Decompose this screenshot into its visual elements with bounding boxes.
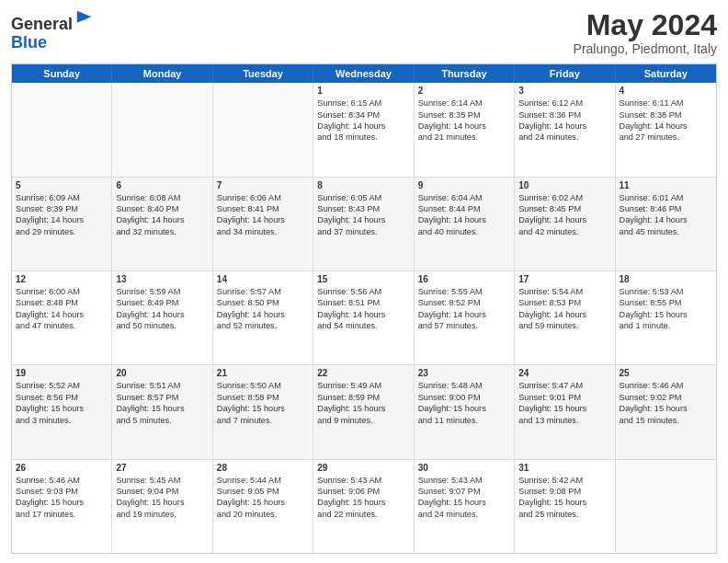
cell-line: and 22 minutes. [317,509,409,520]
cal-cell-r1-c1: 6Sunrise: 6:08 AMSunset: 8:40 PMDaylight… [112,178,212,270]
day-number-14: 14 [217,274,309,284]
cell-line: Sunset: 8:51 PM [317,297,409,308]
cell-line: and 17 minutes. [16,509,108,520]
cal-cell-r2-c0: 12Sunrise: 6:00 AMSunset: 8:48 PMDayligh… [12,271,112,364]
cell-line: Sunrise: 5:43 AM [317,475,409,486]
calendar-body: 1Sunrise: 6:15 AMSunset: 8:34 PMDaylight… [12,83,716,553]
cell-line: Sunset: 8:43 PM [317,203,409,214]
cell-line: Sunset: 8:48 PM [16,297,108,308]
cell-line: Daylight: 15 hours [317,497,409,508]
cal-cell-r0-c4: 2Sunrise: 6:14 AMSunset: 8:35 PMDaylight… [415,83,515,176]
cell-line: Daylight: 14 hours [518,214,610,225]
cell-line: Sunset: 9:06 PM [317,486,409,497]
cal-cell-r2-c6: 18Sunrise: 5:53 AMSunset: 8:55 PMDayligh… [616,271,716,364]
cell-line: Sunset: 9:02 PM [620,392,712,403]
cal-cell-r1-c6: 11Sunrise: 6:01 AMSunset: 8:46 PMDayligh… [616,178,716,270]
cell-line: Sunrise: 6:09 AM [16,192,108,203]
cell-line: Daylight: 14 hours [317,309,409,320]
cell-line: and 37 minutes. [317,226,409,237]
day-number-24: 24 [518,368,610,378]
cal-cell-r3-c5: 24Sunrise: 5:47 AMSunset: 9:01 PMDayligh… [515,365,615,458]
cell-line: and 19 minutes. [116,509,208,520]
cell-line: Sunset: 8:35 PM [418,109,510,121]
cell-line: Sunset: 8:34 PM [317,109,409,121]
cell-line: Sunset: 8:41 PM [217,203,309,214]
cell-line: Daylight: 15 hours [217,403,309,414]
cell-line: and 9 minutes. [317,415,409,426]
cell-line: Sunset: 8:44 PM [418,203,510,214]
cell-line: and 50 minutes. [116,320,208,331]
page: General Blue May 2024 Pralungo, Piedmont… [0,0,728,563]
day-number-8: 8 [317,180,409,190]
cal-cell-r2-c5: 17Sunrise: 5:54 AMSunset: 8:53 PMDayligh… [515,271,615,364]
cell-line: Sunrise: 5:49 AM [317,380,409,391]
cell-line: Sunrise: 5:55 AM [418,286,510,297]
day-sunday: Sunday [12,64,112,83]
cell-line: Daylight: 14 hours [418,214,510,225]
cell-line: and 27 minutes. [620,132,712,143]
cell-line: and 34 minutes. [217,226,309,237]
cell-line: Sunrise: 5:42 AM [518,475,610,486]
cell-line: Sunrise: 5:51 AM [116,380,208,391]
day-number-3: 3 [518,86,610,96]
cell-line: Sunrise: 5:43 AM [418,475,510,486]
cal-cell-r1-c2: 7Sunrise: 6:06 AMSunset: 8:41 PMDaylight… [213,178,313,270]
location: Pralungo, Piedmont, Italy [574,41,717,56]
cell-line: Daylight: 15 hours [418,403,510,414]
day-number-27: 27 [116,463,208,473]
day-number-22: 22 [317,368,409,378]
cal-cell-r4-c1: 27Sunrise: 5:45 AMSunset: 9:04 PMDayligh… [112,460,212,553]
cell-line: Daylight: 15 hours [217,497,309,508]
cell-line: Sunset: 9:05 PM [217,486,309,497]
cell-line: Sunset: 8:40 PM [116,203,208,214]
header: General Blue May 2024 Pralungo, Piedmont… [11,9,717,56]
cal-cell-r0-c1 [112,83,212,176]
cell-line: Sunrise: 5:59 AM [116,286,208,297]
cell-line: and 11 minutes. [418,415,510,426]
cell-line: Daylight: 14 hours [116,309,208,320]
cell-line: Sunrise: 5:54 AM [518,286,610,297]
day-number-10: 10 [518,180,610,190]
calendar: Sunday Monday Tuesday Wednesday Thursday… [11,63,717,554]
cell-line: and 21 minutes. [418,132,510,143]
cell-line: Sunset: 8:52 PM [418,297,510,308]
cell-line: Daylight: 15 hours [116,497,208,508]
day-number-29: 29 [317,463,409,473]
cell-line: Daylight: 14 hours [518,121,610,132]
day-number-30: 30 [418,463,510,473]
day-number-12: 12 [16,274,108,284]
cell-line: Daylight: 15 hours [116,403,208,414]
cal-cell-r3-c0: 19Sunrise: 5:52 AMSunset: 8:56 PMDayligh… [12,365,112,458]
cell-line: and 15 minutes. [620,415,712,426]
cal-cell-r3-c4: 23Sunrise: 5:48 AMSunset: 9:00 PMDayligh… [415,365,515,458]
month-title: May 2024 [574,9,717,41]
day-number-19: 19 [16,368,108,378]
cell-line: Sunset: 8:56 PM [16,392,108,403]
logo-blue: Blue [11,33,47,52]
day-number-17: 17 [518,274,610,284]
day-number-31: 31 [518,463,610,473]
cell-line: Sunrise: 6:04 AM [418,192,510,203]
cell-line: Daylight: 15 hours [518,497,610,508]
title-block: May 2024 Pralungo, Piedmont, Italy [574,9,717,56]
cell-line: Daylight: 14 hours [116,214,208,225]
cell-line: Sunset: 8:49 PM [116,297,208,308]
cell-line: Daylight: 15 hours [317,403,409,414]
day-number-13: 13 [116,274,208,284]
day-number-7: 7 [217,180,309,190]
day-number-5: 5 [16,180,108,190]
cell-line: Sunset: 9:00 PM [418,392,510,403]
cal-cell-r0-c2 [213,83,313,176]
cell-line: Daylight: 14 hours [418,121,510,132]
cell-line: Sunset: 8:38 PM [620,109,712,121]
day-number-15: 15 [317,274,409,284]
cell-line: Sunset: 8:39 PM [16,203,108,214]
cell-line: and 57 minutes. [418,320,510,331]
cell-line: Sunrise: 6:00 AM [16,286,108,297]
day-number-25: 25 [620,368,712,378]
cell-line: Sunrise: 5:56 AM [317,286,409,297]
cell-line: and 7 minutes. [217,415,309,426]
cell-line: and 24 minutes. [518,132,610,143]
cell-line: Sunset: 8:45 PM [518,203,610,214]
cell-line: Daylight: 14 hours [620,214,712,225]
